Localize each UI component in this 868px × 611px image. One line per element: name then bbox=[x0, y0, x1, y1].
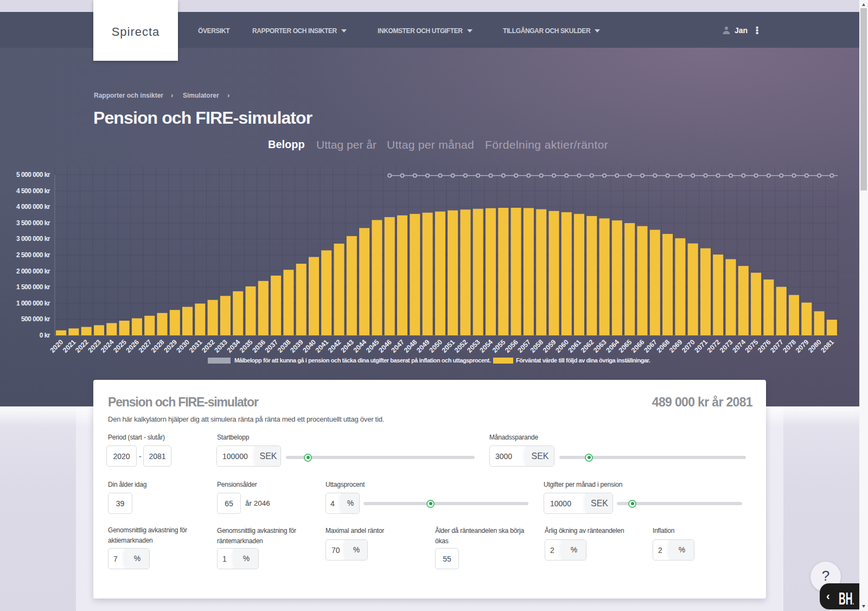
svg-text:2052: 2052 bbox=[453, 338, 469, 354]
svg-text:5 000 000 kr: 5 000 000 kr bbox=[16, 171, 50, 179]
svg-text:2067: 2067 bbox=[642, 338, 659, 354]
svg-text:2042: 2042 bbox=[327, 338, 343, 354]
svg-text:2036: 2036 bbox=[251, 338, 267, 354]
svg-text:2079: 2079 bbox=[794, 338, 810, 354]
svg-text:2081: 2081 bbox=[819, 338, 835, 354]
svg-text:2063: 2063 bbox=[592, 338, 608, 354]
svg-text:2066: 2066 bbox=[630, 338, 646, 354]
svg-text:3 000 000 kr: 3 000 000 kr bbox=[16, 235, 50, 243]
svg-text:2031: 2031 bbox=[188, 338, 204, 354]
svg-text:2049: 2049 bbox=[415, 338, 431, 354]
svg-text:3 500 000 kr: 3 500 000 kr bbox=[16, 219, 50, 227]
svg-text:2045: 2045 bbox=[365, 338, 381, 354]
svg-text:2030: 2030 bbox=[175, 338, 192, 354]
svg-text:2056: 2056 bbox=[503, 338, 520, 354]
svg-text:2041: 2041 bbox=[314, 338, 330, 354]
svg-text:2069: 2069 bbox=[668, 338, 684, 354]
svg-text:2020: 2020 bbox=[49, 338, 65, 354]
svg-text:2080: 2080 bbox=[807, 338, 823, 354]
svg-text:2039: 2039 bbox=[289, 338, 305, 354]
svg-text:2051: 2051 bbox=[441, 338, 457, 354]
svg-text:2077: 2077 bbox=[769, 338, 785, 354]
svg-text:2048: 2048 bbox=[403, 338, 419, 354]
svg-text:2028: 2028 bbox=[150, 338, 166, 354]
svg-text:500 000 kr: 500 000 kr bbox=[21, 315, 50, 323]
svg-text:4 000 000 kr: 4 000 000 kr bbox=[16, 203, 50, 211]
svg-text:2057: 2057 bbox=[516, 338, 532, 354]
svg-text:2022: 2022 bbox=[74, 338, 90, 354]
svg-text:0 kr: 0 kr bbox=[40, 332, 50, 339]
svg-text:2064: 2064 bbox=[604, 338, 621, 354]
svg-text:2021: 2021 bbox=[61, 338, 78, 354]
svg-text:1 500 000 kr: 1 500 000 kr bbox=[16, 283, 50, 291]
svg-text:2044: 2044 bbox=[352, 338, 368, 354]
svg-text:2068: 2068 bbox=[655, 338, 672, 354]
svg-text:2073: 2073 bbox=[718, 338, 735, 354]
svg-text:2054: 2054 bbox=[478, 338, 495, 354]
svg-text:2070: 2070 bbox=[680, 338, 697, 354]
svg-text:2035: 2035 bbox=[238, 338, 254, 354]
svg-text:2062: 2062 bbox=[579, 338, 596, 354]
svg-text:2053: 2053 bbox=[465, 338, 482, 354]
svg-text:2025: 2025 bbox=[112, 338, 128, 354]
svg-text:2037: 2037 bbox=[264, 338, 280, 354]
svg-text:2055: 2055 bbox=[491, 338, 507, 354]
svg-text:2050: 2050 bbox=[427, 338, 444, 354]
svg-text:2023: 2023 bbox=[87, 338, 103, 354]
svg-text:2075: 2075 bbox=[744, 338, 760, 354]
svg-text:2024: 2024 bbox=[99, 338, 116, 354]
svg-text:2046: 2046 bbox=[377, 338, 393, 354]
svg-text:2060: 2060 bbox=[554, 338, 570, 354]
svg-text:2038: 2038 bbox=[276, 338, 292, 354]
svg-text:2043: 2043 bbox=[339, 338, 355, 354]
svg-text:1 000 000 kr: 1 000 000 kr bbox=[16, 300, 50, 307]
svg-text:2061: 2061 bbox=[567, 338, 583, 354]
svg-text:2029: 2029 bbox=[162, 338, 178, 354]
svg-text:2065: 2065 bbox=[617, 338, 634, 354]
svg-text:2047: 2047 bbox=[390, 338, 406, 354]
svg-text:2034: 2034 bbox=[226, 338, 242, 354]
svg-text:2072: 2072 bbox=[706, 338, 722, 354]
svg-text:4 500 000 kr: 4 500 000 kr bbox=[16, 187, 50, 195]
svg-text:2059: 2059 bbox=[541, 338, 558, 354]
svg-text:2076: 2076 bbox=[756, 338, 773, 354]
svg-text:2 500 000 kr: 2 500 000 kr bbox=[16, 251, 50, 259]
svg-text:2026: 2026 bbox=[124, 338, 141, 354]
svg-text:2074: 2074 bbox=[731, 338, 747, 354]
svg-text:2027: 2027 bbox=[137, 338, 154, 354]
svg-text:2 000 000 kr: 2 000 000 kr bbox=[16, 268, 50, 275]
svg-text:2071: 2071 bbox=[693, 338, 710, 354]
svg-text:2040: 2040 bbox=[302, 338, 318, 354]
svg-text:2078: 2078 bbox=[782, 338, 798, 354]
svg-text:2032: 2032 bbox=[200, 338, 216, 354]
svg-text:2058: 2058 bbox=[529, 338, 545, 354]
svg-text:2033: 2033 bbox=[213, 338, 229, 354]
